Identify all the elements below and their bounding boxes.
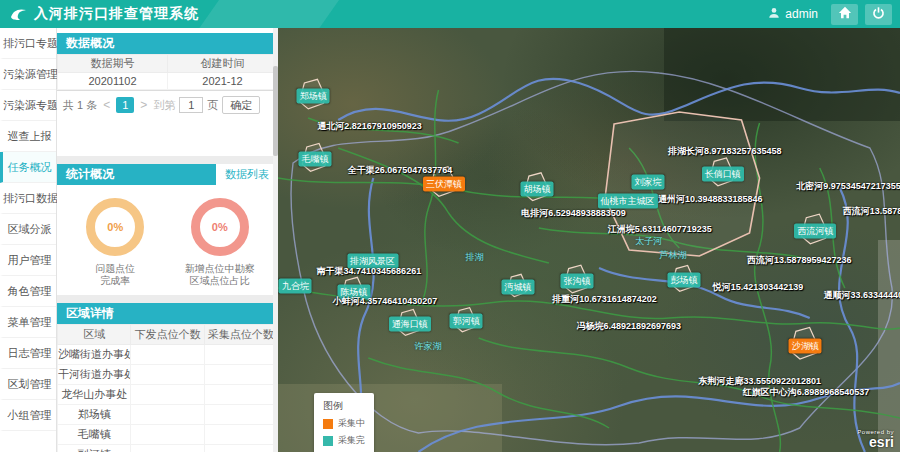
table-cell: 20201102 — [58, 73, 168, 90]
sidebar-item[interactable]: 排污口专题 — [0, 28, 56, 59]
table-row: 干河街道办事处 — [58, 365, 278, 385]
town-label[interactable]: 通海口镇 — [389, 317, 431, 332]
river-label: 冯杨垸6.48921892697693 — [577, 320, 682, 333]
donut-value: 0% — [212, 221, 228, 233]
legend-items: 采集中采集完 — [323, 417, 365, 447]
goto-prefix-label: 到第 — [153, 98, 175, 113]
sidebar-item[interactable]: 区域分派 — [0, 214, 56, 245]
region-details-table-head: 区域下发点位个数采集点位个数 — [58, 325, 278, 345]
river-label: 西流河13.5878959427236 — [747, 253, 852, 266]
table-cell — [204, 405, 277, 425]
legend-label: 采集完 — [338, 434, 365, 447]
donut-value: 0% — [107, 221, 123, 233]
donut-ring: 0% — [191, 198, 249, 256]
user-chip[interactable]: admin — [767, 6, 818, 23]
sidebar-item[interactable]: 角色管理 — [0, 276, 56, 307]
column-header: 采集点位个数 — [204, 325, 277, 345]
town-label[interactable]: 三伏潭镇 — [423, 176, 465, 191]
sidebar-item[interactable]: 排污口数据 — [0, 183, 56, 214]
data-overview-table: 数据期号创建时间 202011022021-12 — [57, 54, 278, 90]
scrollbar-thumb[interactable] — [273, 66, 278, 156]
town-label[interactable]: 刘家垸 — [632, 174, 665, 189]
legend-label: 采集中 — [338, 417, 365, 430]
river-label: 电排河6.52948938883509 — [521, 206, 626, 219]
donut-row: 0%问题点位完成率0%新增点位中勘察区域点位占比 — [57, 185, 278, 295]
table-cell — [204, 345, 277, 365]
page-number-button[interactable]: 1 — [116, 97, 134, 113]
river-label: 西流河13.5878959427236 — [843, 204, 900, 217]
sidebar-item[interactable]: 污染源管理 — [0, 59, 56, 90]
table-cell: 剅河镇 — [58, 445, 131, 452]
column-header: 区域 — [58, 325, 131, 345]
table-cell: 干河街道办事处 — [58, 365, 131, 385]
river-label: 红旗区中心沟6.8989968540537 — [743, 385, 870, 398]
river-label: 排重河10.6731614874202 — [552, 293, 657, 306]
donut-chart: 0%问题点位完成率 — [69, 198, 161, 287]
sidebar-item[interactable]: 污染源专题 — [0, 90, 56, 121]
sidebar: 排污口专题污染源管理污染源专题巡查上报任务概况排污口数据区域分派用户管理角色管理… — [0, 28, 57, 452]
table-cell: 郑场镇 — [58, 405, 131, 425]
goto-page-input[interactable] — [179, 97, 203, 113]
river-label: 通州河10.3948833185846 — [658, 192, 763, 205]
town-label[interactable]: 郑场镇 — [297, 89, 330, 104]
town-label[interactable]: 西流河镇 — [794, 224, 836, 239]
town-label[interactable]: 沔城镇 — [502, 280, 535, 295]
data-overview-header: 数据概况 — [57, 33, 278, 54]
app-title: 入河排污口排查管理系统 — [34, 5, 199, 23]
table-cell — [131, 365, 204, 385]
sidebar-item[interactable]: 日志管理 — [0, 338, 56, 369]
table-cell — [131, 445, 204, 452]
section-divider-2 — [57, 295, 278, 303]
legend-item: 采集完 — [323, 434, 365, 447]
sidebar-item[interactable]: 任务概况 — [0, 152, 56, 183]
table-cell — [204, 445, 277, 452]
next-page-button[interactable]: > — [138, 98, 149, 112]
table-row: 毛嘴镇 — [58, 425, 278, 445]
legend-item: 采集中 — [323, 417, 365, 430]
town-label[interactable]: 长倘口镇 — [702, 166, 744, 181]
table-row: 郑场镇 — [58, 405, 278, 425]
river-label: 悦河15.421303442139 — [713, 281, 804, 294]
column-header: 数据期号 — [58, 55, 168, 73]
river-label: 小蚌河4.35746410430207 — [333, 295, 438, 308]
town-label[interactable]: 郭河镇 — [450, 314, 483, 329]
stats-header: 统计概况 数据列表 — [57, 164, 278, 185]
data-list-button[interactable]: 数据列表 — [216, 164, 278, 185]
town-label[interactable]: 彭场镇 — [668, 273, 701, 288]
sidebar-item[interactable]: 菜单管理 — [0, 307, 56, 338]
region-details-header: 区域详情 — [57, 303, 278, 324]
home-button[interactable] — [831, 4, 858, 25]
water-label: 许家湖 — [414, 339, 441, 352]
donut-chart: 0%新增点位中勘察区域点位占比 — [174, 198, 266, 287]
river-label: 通顺河33.6334444021 — [823, 289, 900, 302]
logout-button[interactable] — [865, 4, 892, 25]
sidebar-item[interactable]: 巡查上报 — [0, 121, 56, 152]
town-label[interactable]: 九合垸 — [279, 279, 312, 294]
map-canvas[interactable]: 郑场镇毛嘴镇三伏潭镇胡场镇刘家垸仙桃市主城区长倘口镇西流河镇彭场镇张沟镇沔城镇郭… — [278, 28, 900, 452]
map-attribution: Powered by esri — [857, 429, 894, 449]
river-label: 南干渠34.7410345686261 — [317, 264, 422, 277]
sidebar-item[interactable]: 区划管理 — [0, 369, 56, 400]
water-label: 芦林湖 — [659, 249, 686, 262]
sidebar-item[interactable]: 小组管理 — [0, 400, 56, 431]
town-label[interactable]: 胡场镇 — [521, 181, 554, 196]
table-row: 202011022021-12 — [58, 73, 278, 90]
panel-scrollbar[interactable] — [273, 28, 278, 452]
swallow-logo-icon — [10, 8, 27, 21]
town-label[interactable]: 张沟镇 — [561, 274, 594, 289]
legend-title: 图例 — [323, 399, 365, 413]
app-window: 入河排污口排查管理系统 admin 排污口专题污染源管理污染源专题巡查上报任务概… — [0, 0, 900, 452]
table-cell — [204, 385, 277, 405]
table-cell — [131, 425, 204, 445]
town-label[interactable]: 沙湖镇 — [789, 338, 822, 353]
table-cell: 沙嘴街道办事处 — [58, 345, 131, 365]
town-label[interactable]: 毛嘴镇 — [299, 152, 332, 167]
donut-label: 新增点位中勘察区域点位占比 — [185, 263, 255, 287]
confirm-page-button[interactable]: 确定 — [222, 96, 260, 114]
sidebar-item[interactable]: 用户管理 — [0, 245, 56, 276]
section-divider — [57, 156, 278, 164]
pagination: 共 1 条 < 1 > 到第 页 确定 — [57, 90, 278, 120]
prev-page-button[interactable]: < — [101, 98, 112, 112]
power-icon — [872, 6, 885, 23]
region-details-table: 区域下发点位个数采集点位个数 沙嘴街道办事处干河街道办事处龙华山办事处郑场镇毛嘴… — [57, 324, 278, 452]
